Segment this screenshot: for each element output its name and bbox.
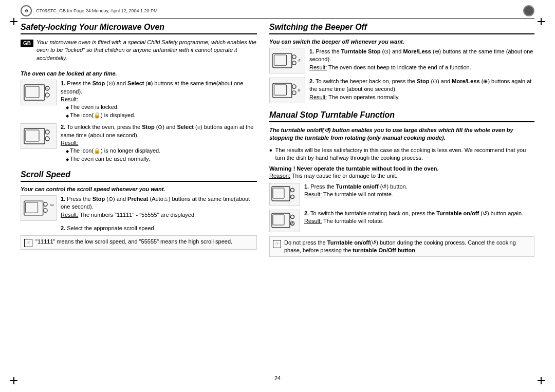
safety-step2-content: 2. To unlock the oven, press the Stop (⊙…: [61, 123, 257, 163]
turntable-step1-num: 1.: [304, 183, 309, 190]
svg-point-30: [290, 215, 294, 218]
svg-rect-29: [273, 215, 284, 225]
svg-rect-14: [273, 53, 292, 68]
svg-point-27: [290, 195, 294, 198]
turntable-step2-row: ↺ 2. To switch the turntable rotating ba…: [269, 210, 534, 232]
safety-locking-title: Safety-locking Your Microwave Oven: [21, 23, 257, 34]
oven-svg-3: Auto: [23, 198, 54, 218]
step2-bullet2: The oven can be used normally.: [66, 155, 257, 163]
turntable-reason: Reason: This may cause fire or damage to…: [269, 173, 534, 179]
safety-step2-row: 2. To unlock the oven, press the Stop (⊙…: [21, 123, 257, 163]
svg-point-21: [292, 85, 296, 88]
svg-rect-6: [26, 130, 39, 141]
scroll-step1-row: Auto 1. Press the Stop (⊙) and Preheat (…: [21, 195, 257, 221]
header-gear-icon: ⚙: [21, 5, 32, 16]
scroll-intro: Your can control the scroll speed whenev…: [21, 186, 257, 192]
step2-number: 2.: [61, 124, 65, 130]
safety-step1-image: ⊙: [21, 80, 57, 105]
turntable-bullet1-row: • The results will be less satisfactory …: [269, 146, 534, 162]
header-bar: ⚙ CT09STC_GB.fm Page 24 Monday, April 12…: [21, 5, 534, 18]
step1-bullet2: The icon(🔒) is displayed.: [66, 111, 257, 119]
beeper-step2-image: ⊕: [269, 78, 305, 103]
svg-rect-20: [274, 85, 287, 95]
header-right-circle: [523, 5, 534, 16]
scroll-step2-text: Select the appropriate scroll speed.: [67, 225, 155, 231]
oven-svg-6: [271, 184, 299, 204]
turntable-step1-result-text: The turntable will not rotate.: [323, 191, 393, 197]
safety-step1-row: ⊙ 1. Press the Stop (⊙) and Select (≡) b…: [21, 80, 257, 119]
header-file-text: CT09STC_GB.fm Page 24 Monday, April 12, …: [36, 8, 157, 13]
step1-number: 1.: [61, 80, 65, 86]
svg-point-3: [45, 93, 49, 97]
beeper-step2-result-label: Result:: [309, 94, 327, 100]
scroll-step2-number: 2.: [61, 225, 65, 231]
oven-svg-5: ⊕: [272, 80, 303, 101]
step1-result-label: Result:: [61, 96, 78, 102]
svg-rect-10: [26, 202, 38, 213]
beeper-step1-image: ↺: [269, 48, 305, 73]
turntable-section: Manual Stop Turntable Function The turnt…: [269, 110, 534, 257]
scroll-step1-content: 1. Press the Stop (⊙) and Preheat (Auto♨…: [61, 195, 257, 219]
scroll-note-text: "11111" means the low scroll speed, and …: [35, 238, 232, 246]
turntable-warning: Warning ! Never operate the turntable wi…: [269, 165, 534, 172]
svg-point-16: [292, 55, 296, 59]
turntable-note: ☞ Do not press the Turntable on/off(↺) b…: [269, 236, 534, 257]
header-left: ⚙ CT09STC_GB.fm Page 24 Monday, April 12…: [21, 5, 157, 16]
svg-text:⊕: ⊕: [298, 88, 301, 92]
turntable-bullet1-text: The results will be less satisfactory in…: [275, 146, 534, 162]
beeper-step2-row: ⊕ 2. To switch the beeper back on, press…: [269, 78, 534, 103]
svg-text:↺: ↺: [298, 58, 301, 63]
turntable-step2-content: 2. To switch the turntable rotating back…: [304, 210, 534, 226]
oven-svg-4: ↺: [272, 50, 303, 71]
safety-locking-section: Safety-locking Your Microwave Oven GB Yo…: [21, 23, 257, 163]
right-column: Switching the Beeper Off You can switch …: [269, 23, 534, 372]
svg-point-8: [45, 137, 49, 141]
beeper-step2-result-text: The oven operates normally.: [328, 94, 400, 100]
svg-point-26: [290, 188, 294, 192]
turntable-note-icon: ☞: [273, 240, 281, 248]
turntable-note-text: Do not press the Turntable on/off(↺) but…: [284, 239, 531, 255]
beeper-title: Switching the Beeper Off: [269, 23, 534, 34]
svg-point-17: [292, 61, 296, 65]
gb-badge: GB: [21, 40, 33, 47]
beeper-step1-result-text: The oven does not beep to indicate the e…: [328, 64, 471, 70]
turntable-step1-content: 1. Press the Turntable on/off (↺) button…: [304, 183, 534, 199]
safety-intro-text: Your microwave oven is fitted with a spe…: [36, 39, 257, 62]
scroll-speed-section: Scroll Speed Your can control the scroll…: [21, 170, 257, 250]
lock-time-note: The oven can be locked at any time.: [21, 70, 257, 77]
svg-rect-9: [24, 201, 43, 215]
beeper-step1-number: 1.: [309, 48, 314, 54]
svg-text:⊙: ⊙: [46, 87, 48, 90]
note-icon: ☞: [24, 239, 32, 247]
svg-rect-24: [272, 186, 290, 201]
svg-text:↺: ↺: [290, 221, 293, 225]
beeper-intro: You can switch the beeper off whenever y…: [269, 39, 534, 45]
beeper-section: Switching the Beeper Off You can switch …: [269, 23, 534, 103]
step2-bullet1: The icon(🔒) is no longer displayed.: [66, 147, 257, 155]
beeper-step1-result-label: Result:: [309, 64, 327, 70]
svg-rect-1: [26, 86, 39, 98]
svg-point-12: [44, 209, 47, 212]
turntable-intro: The turntable on/off(↺) button enables y…: [269, 126, 534, 142]
turntable-step1-row: 1. Press the Turntable on/off (↺) button…: [269, 183, 534, 206]
beeper-step2-content: 2. To switch the beeper back on, press t…: [309, 78, 534, 101]
left-column: Safety-locking Your Microwave Oven GB Yo…: [21, 23, 257, 372]
step2-result-label: Result:: [61, 140, 78, 146]
scroll-step1-result-label: Result:: [61, 212, 78, 218]
scroll-speed-title: Scroll Speed: [21, 170, 257, 182]
turntable-step2-num: 2.: [304, 210, 309, 216]
turntable-title: Manual Stop Turntable Function: [269, 110, 534, 122]
scroll-note: ☞ "11111" means the low scroll speed, an…: [21, 235, 257, 250]
svg-rect-15: [274, 55, 287, 65]
turntable-step1-image: [269, 183, 300, 206]
svg-text:Auto: Auto: [50, 203, 54, 207]
turntable-step2-result-text: The turntable will rotate.: [323, 218, 383, 224]
oven-svg-2: [23, 126, 54, 146]
svg-point-22: [292, 91, 296, 95]
scroll-step2: 2. Select the appropriate scroll speed.: [61, 225, 257, 231]
page-number: 24: [21, 375, 534, 381]
turntable-step2-result-label: Result:: [304, 218, 322, 224]
beeper-step2-number: 2.: [309, 78, 314, 84]
page-container: ⚙ CT09STC_GB.fm Page 24 Monday, April 12…: [0, 0, 555, 392]
svg-point-11: [44, 202, 47, 206]
